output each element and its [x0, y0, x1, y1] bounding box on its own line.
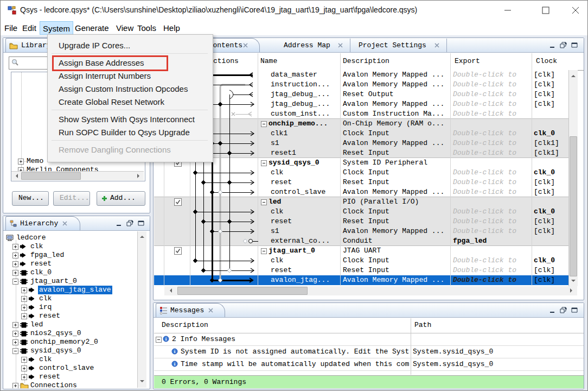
panel-minimize-icon[interactable]	[549, 307, 556, 313]
menu-item-create-global-reset-network[interactable]: Create Global Reset Network	[48, 96, 211, 109]
close-button[interactable]	[563, 1, 588, 20]
hierarchy-item-onchip-memory2-0[interactable]: onchip_memory2_0	[29, 338, 99, 346]
panel-restore-icon[interactable]	[126, 220, 133, 226]
cell-clock[interactable]: [clk]	[534, 80, 555, 90]
cell-export[interactable]: Double-click to	[453, 256, 516, 266]
scroll-down-arrow[interactable]	[140, 380, 144, 384]
tab-close-icon[interactable]	[434, 43, 439, 48]
cell-clock[interactable]: [clk1]	[534, 148, 559, 158]
message-row[interactable]: iSystem ID is not assigned automatically…	[154, 345, 584, 358]
cell-export[interactable]: Double-click to	[453, 138, 516, 148]
hierarchy-tree-toggle[interactable]	[12, 270, 18, 276]
row-collapse-toggle[interactable]	[261, 121, 267, 127]
hierarchy-tree-toggle[interactable]	[12, 383, 18, 388]
hierarchy-item-clk[interactable]: clk	[38, 355, 53, 364]
hierarchy-item-irq[interactable]: irq	[38, 303, 53, 312]
hierarchy-item-nios2-qsys-0[interactable]: nios2_qsys_0	[29, 329, 82, 338]
column-header-clock[interactable]: Clock	[536, 57, 557, 65]
minimize-button[interactable]	[495, 1, 520, 20]
library-tree-hscrollbar[interactable]	[11, 171, 144, 180]
hierarchy-tree-toggle[interactable]	[21, 296, 27, 302]
tab-close-icon[interactable]	[338, 43, 343, 48]
panel-maximize-icon[interactable]	[571, 42, 578, 48]
column-header-name[interactable]: Name	[260, 57, 277, 65]
hierarchy-item-clk[interactable]: clk	[38, 294, 53, 303]
add-button[interactable]: Add...	[97, 191, 145, 206]
cell-export[interactable]: Double-click to	[453, 148, 516, 158]
cell-export[interactable]: Double-click to	[453, 99, 516, 109]
menu-item-run-sopc-builder-to-qsys-upgrade[interactable]: Run SOPC Builder to Qsys Upgrade	[48, 126, 211, 139]
menu-item-assign-interrupt-numbers[interactable]: Assign Interrupt Numbers	[48, 70, 211, 83]
menubar-item-tools[interactable]: Tools	[133, 21, 160, 35]
maximize-button[interactable]	[533, 1, 558, 20]
cell-clock[interactable]: [clk]	[534, 70, 555, 80]
hierarchy-tree-toggle[interactable]	[12, 322, 18, 328]
menu-item-assign-custom-instruction-opcodes[interactable]: Assign Custom Instruction Opcodes	[48, 83, 211, 96]
hierarchy-item-reset[interactable]: reset	[38, 312, 61, 320]
hierarchy-tree-toggle[interactable]	[12, 348, 18, 354]
panel-minimize-icon[interactable]	[549, 42, 556, 48]
message-row[interactable]: iTime stamp will be automatically update…	[154, 358, 584, 371]
panel-restore-icon[interactable]	[560, 307, 567, 313]
scroll-down-arrow[interactable]	[571, 280, 576, 284]
scroll-right-arrow[interactable]	[137, 174, 142, 178]
library-tree-item-memo[interactable]: Memo	[27, 157, 43, 166]
scroll-thumb[interactable]	[177, 287, 308, 295]
cell-export[interactable]: Double-click to	[453, 207, 516, 217]
hierarchy-tree-toggle[interactable]	[12, 331, 18, 337]
scroll-thumb[interactable]	[21, 172, 81, 180]
cell-export[interactable]: Double-click to	[453, 266, 516, 275]
column-header-description[interactable]: Description	[162, 321, 208, 329]
hierarchy-tree-toggle[interactable]	[12, 244, 18, 250]
tab-messages[interactable]: Messages	[156, 303, 225, 317]
cell-clock[interactable]: [clk]	[534, 226, 555, 236]
cell-clock[interactable]: [clk1]	[534, 138, 559, 148]
menubar-item-system[interactable]: System	[40, 21, 73, 35]
tab-close-icon[interactable]	[62, 221, 67, 226]
menu-item-remove-dangling-connections[interactable]: Remove Dangling Connections	[48, 143, 211, 156]
column-header-export[interactable]: Export	[455, 57, 480, 65]
hierarchy-item-clk[interactable]: clk	[29, 242, 44, 251]
hierarchy-tree-toggle[interactable]	[12, 253, 18, 258]
cell-export[interactable]: Double-click to	[453, 275, 516, 285]
cell-clock[interactable]: clk_0	[534, 129, 555, 138]
hierarchy-item-clk-0[interactable]: clk_0	[29, 268, 53, 277]
hierarchy-item-ledcore[interactable]: ledcore	[15, 234, 47, 242]
cell-export[interactable]: Double-click to	[453, 129, 516, 138]
hierarchy-item-reset[interactable]: reset	[38, 373, 61, 381]
menu-item-show-system-with-qsys-interconnect[interactable]: Show System With Qsys Interconnect	[48, 113, 211, 126]
hierarchy-item-control-slave[interactable]: control_slave	[38, 364, 95, 373]
tab-project-settings[interactable]: Project Settings	[350, 39, 447, 52]
edit-button[interactable]: Edit...	[53, 191, 90, 206]
cell-clock[interactable]: clk_0	[534, 256, 555, 266]
cell-export[interactable]: Double-click to	[453, 178, 516, 187]
messages-collapse-toggle[interactable]	[156, 337, 162, 343]
scroll-left-arrow[interactable]	[168, 288, 172, 293]
tab-address-map[interactable]: Address Map	[262, 39, 350, 52]
hierarchy-vscrollbar[interactable]	[137, 231, 146, 388]
cell-clock[interactable]: [clk]	[534, 275, 555, 285]
menubar-item-edit[interactable]: Edit	[18, 21, 40, 35]
tab-hierarchy[interactable]: Hierarchy	[5, 216, 80, 230]
cell-export[interactable]: Double-click to	[453, 90, 516, 99]
cell-export[interactable]: Double-click to	[453, 187, 516, 197]
hierarchy-tree-toggle[interactable]	[12, 261, 18, 267]
hierarchy-item-fpga-led[interactable]: fpga_led	[29, 251, 65, 260]
cell-export[interactable]: Double-click to	[453, 80, 516, 90]
panel-maximize-icon[interactable]	[138, 220, 144, 226]
cell-clock[interactable]: [clk]	[534, 90, 555, 99]
cell-export[interactable]: Double-click to	[453, 217, 516, 226]
panel-minimize-icon[interactable]	[116, 220, 123, 226]
hierarchy-tree-toggle[interactable]	[21, 357, 27, 363]
hierarchy-tree-toggle[interactable]	[21, 305, 27, 311]
cell-export[interactable]: Double-click to	[453, 168, 516, 178]
hierarchy-tree-toggle[interactable]	[12, 279, 18, 285]
contents-hscrollbar[interactable]	[164, 286, 577, 295]
row-collapse-toggle[interactable]	[261, 248, 267, 254]
menubar-item-help[interactable]: Help	[159, 21, 184, 35]
scroll-up-arrow[interactable]	[571, 73, 576, 77]
panel-maximize-icon[interactable]	[571, 307, 578, 313]
hierarchy-item-sysid-qsys-0[interactable]: sysid_qsys_0	[29, 346, 82, 355]
tab-close-icon[interactable]	[243, 43, 248, 48]
cell-clock[interactable]: [clk]	[534, 178, 555, 187]
